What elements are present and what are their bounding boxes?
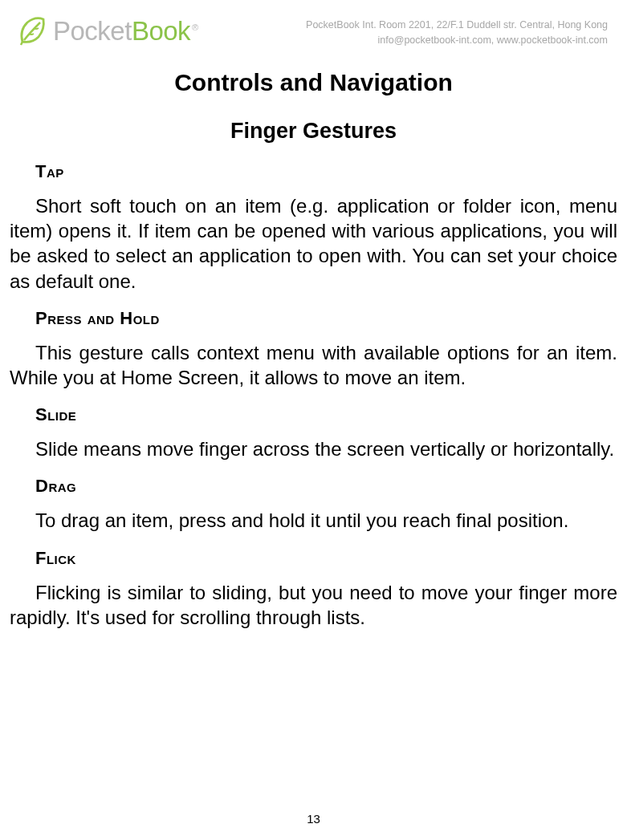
section-body: This gesture calls context menu with ava… bbox=[10, 340, 617, 390]
page-content: Controls and Navigation Finger Gestures … bbox=[0, 48, 627, 630]
trademark-symbol: ® bbox=[192, 22, 198, 32]
page-header: PocketBook® PocketBook Int. Room 2201, 2… bbox=[0, 0, 627, 48]
section-body: Slide means move finger across the scree… bbox=[10, 436, 617, 461]
section-heading-drag: Drag bbox=[35, 476, 617, 497]
address-line: info@pocketbook-int.com, www.pocketbook-… bbox=[230, 33, 608, 48]
page-title: Controls and Navigation bbox=[10, 69, 617, 96]
page-subtitle: Finger Gestures bbox=[10, 119, 617, 144]
section-heading-press-hold: Press and Hold bbox=[35, 308, 617, 329]
section-heading-slide: Slide bbox=[35, 404, 617, 425]
brand-logo: PocketBook® bbox=[16, 14, 198, 48]
company-address: PocketBook Int. Room 2201, 22/F.1 Duddel… bbox=[230, 14, 611, 48]
brand-wordmark: PocketBook® bbox=[53, 16, 198, 47]
leaf-icon bbox=[16, 14, 48, 48]
page-number: 13 bbox=[0, 812, 627, 826]
section-body: Flicking is similar to sliding, but you … bbox=[10, 580, 617, 630]
section-heading-flick: Flick bbox=[35, 548, 617, 569]
section-body: Short soft touch on an item (e.g. applic… bbox=[10, 193, 617, 294]
section-body: To drag an item, press and hold it until… bbox=[10, 508, 617, 533]
section-heading-tap: Tap bbox=[35, 161, 617, 182]
address-line: PocketBook Int. Room 2201, 22/F.1 Duddel… bbox=[230, 18, 608, 33]
